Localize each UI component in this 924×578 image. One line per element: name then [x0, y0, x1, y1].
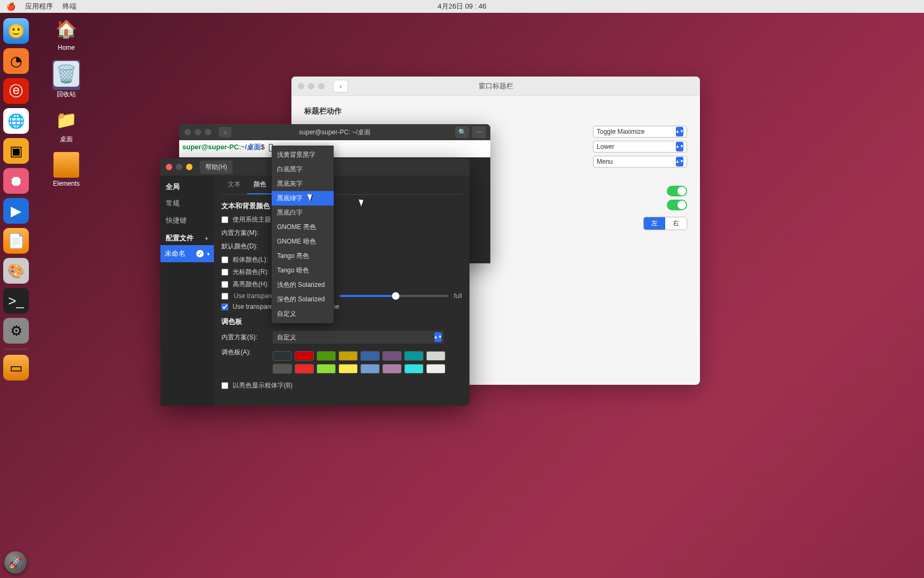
palette-swatch[interactable] — [382, 364, 402, 374]
scheme-option[interactable]: 浅色的 Solarized — [272, 278, 334, 292]
prefs-close-icon[interactable] — [166, 164, 172, 170]
palette-swatch[interactable] — [338, 364, 358, 374]
chk-use-system-theme[interactable] — [221, 216, 228, 223]
settings-select-b-label: Lower — [597, 143, 614, 150]
terminal-max-icon[interactable] — [205, 129, 211, 135]
label-palette-title: 调色板 — [221, 317, 462, 326]
scheme-option[interactable]: 自定义 — [272, 307, 334, 321]
chk-bright-bold[interactable] — [221, 382, 228, 389]
scheme-option[interactable]: Tango 亮色 — [272, 249, 334, 263]
prefs-max-icon[interactable] — [186, 164, 192, 170]
chk-system-transparency[interactable] — [221, 303, 228, 310]
palette-swatch[interactable] — [273, 364, 292, 374]
settings-select-midclick[interactable]: Lower ▲▼ — [593, 141, 687, 153]
palette-row-1 — [273, 351, 455, 361]
dock-separator — [4, 349, 28, 349]
color-scheme-dropdown[interactable]: 浅黄背景黑字 白底黑字 黑底灰字 黑底绿字 黑底白字 GNOME 亮色 GNOM… — [272, 146, 334, 323]
label-palette-a: 调色板(A): — [221, 348, 267, 357]
transparency-slider[interactable] — [340, 295, 449, 297]
scheme-option[interactable]: Tango 暗色 — [272, 263, 334, 278]
dock-playstation-icon[interactable]: ▶ — [3, 198, 29, 224]
launcher-button[interactable]: 🚀 — [4, 551, 27, 574]
settings-select-rightclick[interactable]: Menu ▲▼ — [593, 156, 687, 168]
scheme-option-selected[interactable]: 黑底绿字 — [272, 191, 334, 206]
palette-swatch[interactable] — [317, 364, 336, 374]
scheme-option[interactable]: 黑底白字 — [272, 206, 334, 220]
settings-section-title: 标题栏动作 — [304, 107, 687, 116]
palette-swatch[interactable] — [382, 351, 402, 361]
dock-disk-icon[interactable]: ▭ — [3, 355, 29, 381]
dock-gimp-icon[interactable]: 🎨 — [3, 258, 29, 284]
palette-swatch[interactable] — [295, 351, 314, 361]
chk-cursor-color[interactable] — [221, 269, 228, 276]
dock-settings-icon[interactable]: ⚙ — [3, 318, 29, 344]
menu-applications[interactable]: 应用程序 — [25, 2, 53, 11]
tab-colors[interactable]: 颜色 — [247, 176, 273, 194]
settings-position-segment[interactable]: 左 右 — [643, 217, 687, 230]
settings-toggle-2[interactable] — [667, 200, 687, 210]
palette-swatch[interactable] — [317, 351, 336, 361]
dropdown-arrows-icon: ▲▼ — [434, 332, 442, 342]
chk-transparent-bg[interactable] — [221, 293, 228, 300]
chk-bold-color[interactable] — [221, 256, 228, 263]
chk-highlight-color[interactable] — [221, 281, 228, 288]
sidebar-add-profile-button[interactable]: + — [204, 234, 209, 242]
terminal-search-button[interactable]: 🔍 — [455, 126, 469, 138]
settings-back-button[interactable]: ‹ — [333, 80, 348, 93]
palette-swatch[interactable] — [295, 364, 314, 374]
dock-screenrec-icon[interactable]: ⏺ — [3, 168, 29, 194]
check-icon: ✓ — [196, 250, 204, 257]
palette-swatch[interactable] — [338, 351, 358, 361]
scheme-option[interactable]: 浅黄背景黑字 — [272, 148, 334, 162]
desktop-folder-icon[interactable]: 📁 桌面 — [45, 107, 88, 144]
scheme-option[interactable]: GNOME 亮色 — [272, 220, 334, 234]
chevron-down-icon[interactable]: ▾ — [207, 251, 210, 257]
dock-terminal-icon[interactable]: >_ — [3, 288, 29, 314]
scheme-option[interactable]: 白底黑字 — [272, 162, 334, 177]
palette-row-2 — [273, 364, 455, 374]
dock: 🙂 ◔ ⓔ 🌐 ▣ ⏺ ▶ 📄 🎨 >_ ⚙ ▭ — [1, 15, 31, 384]
dock-finder-icon[interactable]: 🙂 — [3, 18, 29, 44]
desktop-elements-icon[interactable]: Elements — [45, 152, 88, 187]
prefs-min-icon[interactable] — [176, 164, 182, 170]
palette-scheme-select[interactable]: 自定义 ▲▼ — [273, 331, 444, 344]
scheme-option[interactable]: GNOME 暗色 — [272, 234, 334, 249]
terminal-min-icon[interactable] — [195, 129, 201, 135]
palette-swatch[interactable] — [404, 364, 424, 374]
dock-vmware-icon[interactable]: ▣ — [3, 138, 29, 164]
settings-select-dblclick[interactable]: Toggle Maximize ▲▼ — [593, 126, 687, 138]
palette-swatch[interactable] — [360, 351, 380, 361]
palette-swatch[interactable] — [426, 364, 445, 374]
palette-swatch[interactable] — [273, 351, 292, 361]
prefs-help-button[interactable]: 帮助(H) — [200, 161, 233, 174]
slider-thumb[interactable] — [392, 292, 399, 300]
scheme-option[interactable]: 深色的 Solarized — [272, 292, 334, 307]
sidebar-profile-item[interactable]: 未命名 ✓ ▾ — [160, 245, 214, 262]
settings-toggle-1[interactable] — [667, 186, 687, 196]
palette-swatch[interactable] — [360, 364, 380, 374]
settings-min-icon[interactable] — [308, 83, 314, 89]
terminal-close-icon[interactable] — [184, 129, 191, 135]
dropdown-arrows-icon: ▲▼ — [676, 142, 683, 151]
palette-swatch[interactable] — [426, 351, 445, 361]
settings-close-icon[interactable] — [298, 83, 304, 89]
scheme-option[interactable]: 黑底灰字 — [272, 177, 334, 191]
seg-right[interactable]: 右 — [665, 217, 687, 230]
tab-text[interactable]: 文本 — [221, 176, 247, 194]
seg-left[interactable]: 左 — [644, 217, 665, 230]
dock-chrome-icon[interactable]: 🌐 — [3, 108, 29, 134]
sidebar-item-general[interactable]: 常规 — [160, 195, 214, 212]
dock-blender-icon[interactable]: ◔ — [3, 48, 29, 74]
sidebar-item-shortcuts[interactable]: 快捷键 — [160, 212, 214, 229]
dock-pages-icon[interactable]: 📄 — [3, 228, 29, 254]
terminal-home-button[interactable]: ⌂ — [219, 127, 232, 138]
palette-swatch[interactable] — [404, 351, 424, 361]
desktop-home-icon[interactable]: 🏠 Home — [45, 16, 88, 51]
dock-netease-icon[interactable]: ⓔ — [3, 78, 29, 104]
settings-max-icon[interactable] — [318, 83, 325, 89]
apple-menu-icon[interactable]: 🍎 — [6, 2, 16, 11]
menu-terminal[interactable]: 终端 — [63, 2, 76, 11]
terminal-body[interactable]: super@super-PC:~/桌面$ — [179, 140, 490, 157]
desktop-trash-icon[interactable]: 🗑️ 回收站 — [45, 60, 88, 99]
terminal-menu-button[interactable]: ⋯ — [472, 126, 486, 138]
